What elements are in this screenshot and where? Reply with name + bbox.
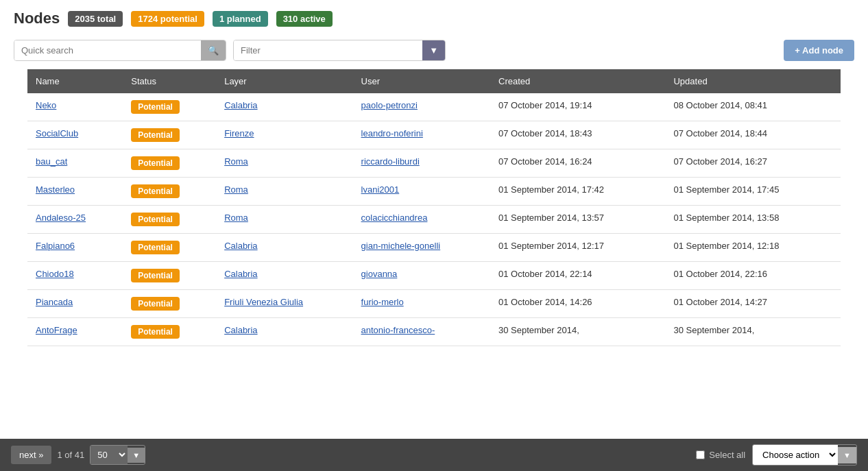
node-name-link[interactable]: SocialClub (36, 128, 78, 138)
node-name-link[interactable]: Chiodo18 (36, 269, 74, 279)
cell-layer: Calabria (216, 262, 352, 290)
table-row: Chiodo18 Potential Calabria giovanna 01 … (27, 262, 841, 290)
table-row: Falpiano6 Potential Calabria gian-michel… (27, 234, 841, 262)
table-row: AntoFrage Potential Calabria antonio-fra… (27, 318, 841, 346)
cell-layer: Calabria (216, 93, 352, 121)
filter-input[interactable] (234, 40, 422, 60)
cell-updated: 01 September 2014, 17:45 (665, 178, 841, 206)
node-name-link[interactable]: Masterleo (36, 184, 75, 195)
cell-status: Potential (123, 149, 216, 178)
user-link[interactable]: leandro-noferini (361, 128, 423, 138)
search-input[interactable] (14, 40, 201, 60)
cell-updated: 07 October 2014, 18:44 (665, 121, 841, 149)
badge-active: 310 active (276, 11, 333, 27)
status-badge: Potential (131, 241, 180, 254)
user-link[interactable]: antonio-francesco- (361, 325, 435, 335)
layer-link[interactable]: Friuli Venezia Giulia (224, 297, 303, 307)
cell-updated: 08 October 2014, 08:41 (665, 93, 841, 121)
status-badge: Potential (131, 128, 180, 142)
table-row: Andaleso-25 Potential Roma colacicchiand… (27, 206, 841, 234)
cell-status: Potential (123, 262, 216, 290)
badge-potential: 1724 potential (131, 11, 204, 27)
cell-name: Masterleo (27, 178, 123, 206)
cell-created: 07 October 2014, 16:24 (490, 149, 665, 178)
cell-created: 01 September 2014, 12:17 (490, 234, 665, 262)
cell-user: colacicchiandrea (353, 206, 490, 234)
cell-user: furio-merlo (353, 290, 490, 318)
table-wrapper: Name Status Layer User Created Updated N… (0, 69, 868, 346)
cell-user: leandro-noferini (353, 121, 490, 149)
user-link[interactable]: furio-merlo (361, 297, 404, 307)
layer-link[interactable]: Roma (224, 184, 248, 195)
node-name-link[interactable]: Piancada (36, 297, 73, 307)
page-title: Nodes (14, 10, 60, 27)
cell-status: Potential (123, 178, 216, 206)
layer-link[interactable]: Calabria (224, 241, 257, 251)
cell-updated: 07 October 2014, 16:27 (665, 149, 841, 178)
cell-created: 07 October 2014, 19:14 (490, 93, 665, 121)
cell-name: AntoFrage (27, 318, 123, 346)
cell-status: Potential (123, 290, 216, 318)
cell-created: 01 October 2014, 14:26 (490, 290, 665, 318)
user-link[interactable]: riccardo-liburdi (361, 156, 420, 167)
col-updated: Updated (665, 69, 841, 93)
user-link[interactable]: paolo-petronzi (361, 100, 418, 110)
user-link[interactable]: colacicchiandrea (361, 213, 428, 223)
cell-layer: Calabria (216, 234, 352, 262)
status-badge: Potential (131, 156, 180, 170)
status-badge: Potential (131, 325, 180, 339)
cell-name: SocialClub (27, 121, 123, 149)
cell-updated: 01 October 2014, 14:27 (665, 290, 841, 318)
cell-name: Chiodo18 (27, 262, 123, 290)
cell-user: giovanna (353, 262, 490, 290)
cell-created: 07 October 2014, 18:43 (490, 121, 665, 149)
cell-name: Falpiano6 (27, 234, 123, 262)
cell-updated: 01 September 2014, 12:18 (665, 234, 841, 262)
status-badge: Potential (131, 297, 180, 311)
node-name-link[interactable]: Neko (36, 100, 56, 110)
badge-planned: 1 planned (213, 11, 268, 27)
cell-name: bau_cat (27, 149, 123, 178)
layer-link[interactable]: Calabria (224, 269, 257, 279)
table-header-row: Name Status Layer User Created Updated (27, 69, 841, 93)
layer-link[interactable]: Calabria (224, 325, 257, 335)
table-row: bau_cat Potential Roma riccardo-liburdi … (27, 149, 841, 178)
cell-updated: 01 September 2014, 13:58 (665, 206, 841, 234)
node-name-link[interactable]: Andaleso-25 (36, 213, 86, 223)
nodes-table: Name Status Layer User Created Updated N… (27, 69, 841, 346)
cell-layer: Calabria (216, 318, 352, 346)
add-node-button[interactable]: + Add node (784, 40, 854, 61)
cell-name: Neko (27, 93, 123, 121)
cell-layer: Roma (216, 206, 352, 234)
cell-layer: Roma (216, 178, 352, 206)
user-link[interactable]: gian-michele-gonelli (361, 241, 441, 251)
user-link[interactable]: giovanna (361, 269, 398, 279)
layer-link[interactable]: Firenze (224, 128, 254, 138)
toolbar: 🔍 ▼ + Add node (0, 34, 868, 69)
col-user: User (353, 69, 490, 93)
cell-user: paolo-petronzi (353, 93, 490, 121)
layer-link[interactable]: Calabria (224, 100, 257, 110)
node-name-link[interactable]: AntoFrage (36, 325, 77, 335)
node-name-link[interactable]: bau_cat (36, 156, 67, 167)
filter-button[interactable]: ▼ (422, 40, 445, 60)
search-button[interactable]: 🔍 (201, 40, 226, 60)
table-row: SocialClub Potential Firenze leandro-nof… (27, 121, 841, 149)
cell-created: 01 September 2014, 13:57 (490, 206, 665, 234)
table-row: Piancada Potential Friuli Venezia Giulia… (27, 290, 841, 318)
user-link[interactable]: lvani2001 (361, 184, 400, 195)
cell-updated: 01 October 2014, 22:16 (665, 262, 841, 290)
cell-user: lvani2001 (353, 178, 490, 206)
col-status: Status (123, 69, 216, 93)
table-row: Masterleo Potential Roma lvani2001 01 Se… (27, 178, 841, 206)
cell-status: Potential (123, 234, 216, 262)
layer-link[interactable]: Roma (224, 156, 248, 167)
node-name-link[interactable]: Falpiano6 (36, 241, 75, 251)
col-layer: Layer (216, 69, 352, 93)
cell-created: 30 September 2014, (490, 318, 665, 346)
cell-created: 01 September 2014, 17:42 (490, 178, 665, 206)
status-badge: Potential (131, 100, 180, 114)
status-badge: Potential (131, 213, 180, 226)
layer-link[interactable]: Roma (224, 213, 248, 223)
cell-layer: Friuli Venezia Giulia (216, 290, 352, 318)
